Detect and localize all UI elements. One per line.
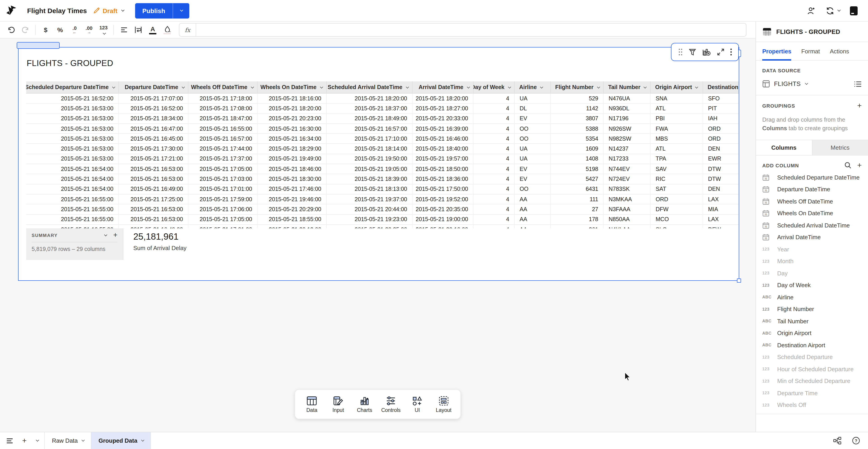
table-cell[interactable]: 2015-05-21 16:55:00 — [188, 124, 257, 133]
page-tab-grouped-data[interactable]: Grouped Data — [91, 432, 151, 449]
table-cell[interactable]: PIT — [703, 104, 739, 114]
column-menu-icon[interactable] — [540, 85, 543, 88]
column-menu-icon[interactable] — [251, 85, 254, 88]
column-list-item[interactable]: 123Departure Time — [756, 387, 868, 399]
publish-dropdown-button[interactable] — [173, 3, 189, 18]
table-cell[interactable]: 2015-05-21 17:30:00 — [119, 144, 188, 154]
column-list-item[interactable]: ABCDestination Airport — [756, 339, 868, 351]
filter-icon[interactable] — [688, 48, 696, 56]
table-cell[interactable]: ATL — [651, 144, 703, 154]
table-cell[interactable]: 2015-05-21 16:54:00 — [26, 184, 119, 194]
dock-item-data[interactable]: Data — [300, 396, 323, 413]
table-cell[interactable]: 2015-05-21 17:50:00 — [412, 184, 473, 194]
table-cell[interactable]: 2015-05-21 17:59:00 — [188, 194, 257, 204]
column-header[interactable]: Flight Number — [551, 81, 604, 93]
column-menu-icon[interactable] — [467, 85, 470, 88]
table-cell[interactable]: 2015-05-21 19:00:00 — [412, 214, 473, 224]
summary-metric[interactable]: 25,181,961 Sum of Arrival Delay — [123, 228, 187, 260]
table-cell[interactable]: 2015-05-21 18:55:00 — [257, 214, 327, 224]
table-cell[interactable]: MIA — [703, 205, 739, 214]
table-cell[interactable]: SNA — [651, 94, 703, 103]
table-cell[interactable]: 2015-05-21 16:53:00 — [26, 144, 119, 154]
redo-button[interactable] — [20, 24, 31, 36]
table-cell[interactable]: UA — [515, 144, 551, 154]
table-cell[interactable]: 2015-05-21 16:55:00 — [26, 214, 119, 224]
table-cell[interactable]: 2015-05-21 17:25:00 — [119, 194, 188, 204]
decrease-decimal-button[interactable]: .0← — [69, 24, 81, 36]
column-header[interactable]: Airline — [515, 81, 551, 93]
column-list-item[interactable]: 123Day of Week — [756, 279, 868, 291]
column-menu-icon[interactable] — [597, 85, 600, 88]
table-cell[interactable]: 2015-05-21 17:10:00 — [327, 134, 412, 144]
table-cell[interactable]: N936DL — [604, 104, 651, 114]
table-cell[interactable]: N850AA — [604, 214, 651, 224]
column-list-item[interactable]: 123Year — [756, 243, 868, 255]
table-cell[interactable]: OO — [515, 134, 551, 144]
column-header[interactable]: Destination Airport — [703, 81, 739, 93]
table-cell[interactable]: N783SK — [604, 184, 651, 194]
table-cell[interactable]: DEN — [703, 184, 739, 194]
table-cell[interactable]: 2015-05-21 16:30:00 — [257, 124, 327, 133]
table-cell[interactable]: 2015-05-21 18:46:00 — [257, 164, 327, 174]
column-list-item[interactable]: 31Wheels Off DateTime — [756, 195, 868, 207]
table-cell[interactable]: 2015-05-21 19:23:00 — [327, 214, 412, 224]
currency-format-button[interactable]: $ — [40, 24, 52, 36]
table-cell[interactable]: 2015-05-21 18:13:00 — [327, 184, 412, 194]
text-color-button[interactable]: A — [147, 24, 159, 36]
column-list-item[interactable]: 123Wheels Off — [756, 399, 868, 411]
table-cell[interactable]: 2015-05-21 17:21:00 — [119, 154, 188, 164]
column-header[interactable]: Scheduled Departure DateTime — [26, 81, 119, 93]
table-cell[interactable]: MCO — [651, 214, 703, 224]
table-cell[interactable]: TPA — [651, 154, 703, 164]
table-cell[interactable]: 2015-05-21 19:50:00 — [327, 154, 412, 164]
fill-color-button[interactable] — [161, 24, 173, 36]
column-list-item[interactable]: 123Month — [756, 255, 868, 267]
table-cell[interactable]: ATL — [651, 104, 703, 114]
number-format-menu[interactable]: 123 — [98, 24, 110, 36]
table-cell[interactable]: 2015-05-21 16:53:00 — [26, 154, 119, 164]
tab-format[interactable]: Format — [801, 42, 820, 60]
table-cell[interactable]: 4 — [473, 214, 515, 224]
column-header[interactable]: Origin Airport — [651, 81, 703, 93]
table-cell[interactable]: 2015-05-21 20:44:00 — [327, 205, 412, 214]
table-cell[interactable]: LAX — [703, 194, 739, 204]
table-cell[interactable]: 2015-05-21 18:50:00 — [412, 164, 473, 174]
column-menu-icon[interactable] — [406, 85, 409, 88]
column-list-item[interactable]: 31Wheels On DateTime — [756, 207, 868, 219]
table-cell[interactable]: N17233 — [604, 154, 651, 164]
table-cell[interactable]: EV — [515, 114, 551, 123]
table-cell[interactable]: 2015-05-21 18:47:00 — [188, 114, 257, 123]
column-list-item[interactable]: 31Scheduled Departure DateTime — [756, 171, 868, 183]
table-cell[interactable]: 2015-05-21 19:05:00 — [327, 164, 412, 174]
help-icon[interactable]: ? — [852, 437, 860, 445]
table-cell[interactable]: 4 — [473, 144, 515, 154]
column-menu-icon[interactable] — [112, 85, 115, 88]
table-cell[interactable]: 4 — [473, 164, 515, 174]
table-cell[interactable]: 2015-05-21 18:37:00 — [327, 104, 412, 114]
table-cell[interactable]: EV — [515, 164, 551, 174]
table-cell[interactable]: 2015-05-21 16:54:00 — [26, 164, 119, 174]
table-cell[interactable]: 4 — [473, 104, 515, 114]
column-list-item[interactable]: ABCTail Number — [756, 315, 868, 327]
table-cell[interactable]: 2015-05-21 17:37:00 — [188, 154, 257, 164]
formula-bar[interactable]: fx — [179, 23, 746, 37]
table-cell[interactable]: 2015-05-21 20:23:00 — [257, 114, 327, 123]
column-list-item[interactable]: ABCAirline — [756, 291, 868, 303]
data-source-row[interactable]: FLIGHTS — [762, 80, 862, 95]
add-summary-icon[interactable]: + — [113, 232, 118, 238]
table-cell[interactable]: SAT — [651, 184, 703, 194]
table-cell[interactable]: 2015-05-21 18:30:00 — [257, 174, 327, 184]
table-cell[interactable]: 4 — [473, 124, 515, 133]
more-menu-icon[interactable] — [730, 49, 732, 56]
table-cell[interactable]: EWR — [703, 154, 739, 164]
table-cell[interactable]: 2015-05-21 16:47:00 — [119, 124, 188, 133]
column-list-item[interactable]: 123Hour of Scheduled Departure — [756, 363, 868, 375]
table-cell[interactable]: 4 — [473, 94, 515, 103]
table-cell[interactable]: 2015-05-21 16:53:00 — [26, 104, 119, 114]
table-cell[interactable]: FWA — [651, 124, 703, 133]
column-header[interactable]: Arrival DateTime — [412, 81, 473, 93]
table-cell[interactable]: 4 — [473, 184, 515, 194]
table-cell[interactable]: 2015-05-21 17:06:00 — [188, 205, 257, 214]
table-cell[interactable]: 2015-05-21 17:08:00 — [188, 104, 257, 114]
table-cell[interactable]: 2015-05-21 16:45:00 — [119, 134, 188, 144]
